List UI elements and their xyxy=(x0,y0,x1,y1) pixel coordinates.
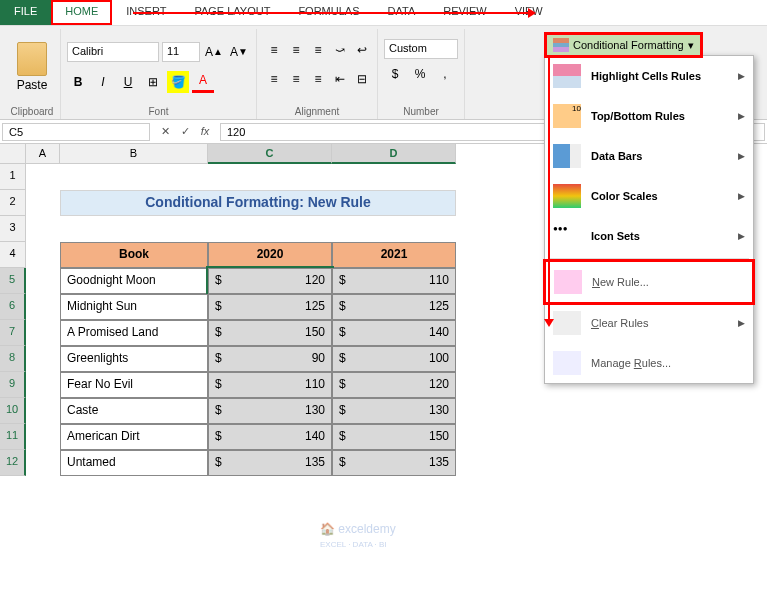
menu-new-rule[interactable]: New Rule... xyxy=(543,259,755,305)
cell[interactable]: Caste xyxy=(60,398,208,424)
row-header[interactable]: 9 xyxy=(0,372,26,398)
name-box[interactable]: C5 xyxy=(2,123,150,141)
cell[interactable]: $130 xyxy=(332,398,456,424)
menu-highlight-cells-rules[interactable]: Highlight Cells Rules▶ xyxy=(545,56,753,96)
menu-manage-rules[interactable]: Manage Rules... xyxy=(545,343,753,383)
align-left-icon[interactable]: ≡ xyxy=(263,68,285,90)
menu-clear-rules[interactable]: Clear Rules▶ xyxy=(545,303,753,343)
percent-button[interactable]: % xyxy=(409,63,431,85)
row-header[interactable]: 3 xyxy=(0,216,26,242)
menu-icon-sets[interactable]: ●●●Icon Sets▶ xyxy=(545,216,753,256)
col-header[interactable]: D xyxy=(332,144,456,164)
group-label-alignment: Alignment xyxy=(263,104,371,119)
databars-icon xyxy=(553,144,581,168)
row-header[interactable]: 12 xyxy=(0,450,26,476)
fx-icon[interactable]: fx xyxy=(196,125,214,138)
row-header[interactable]: 7 xyxy=(0,320,26,346)
cell[interactable]: $125 xyxy=(208,294,332,320)
menu-top-bottom-rules[interactable]: 10Top/Bottom Rules▶ xyxy=(545,96,753,136)
increase-font-icon[interactable]: A▲ xyxy=(203,41,225,63)
cell[interactable]: $135 xyxy=(332,450,456,476)
align-center-icon[interactable]: ≡ xyxy=(285,68,307,90)
cell[interactable]: $140 xyxy=(332,320,456,346)
bold-button[interactable]: B xyxy=(67,71,89,93)
cell[interactable]: Goodnight Moon xyxy=(60,268,208,294)
row-header[interactable]: 2 xyxy=(0,190,26,216)
number-format-select[interactable]: Custom xyxy=(384,39,458,59)
tab-file[interactable]: FILE xyxy=(0,0,51,25)
row-header[interactable]: 8 xyxy=(0,346,26,372)
clear-rules-icon xyxy=(553,311,581,335)
row-header[interactable]: 11 xyxy=(0,424,26,450)
col-header[interactable]: B xyxy=(60,144,208,164)
cell[interactable]: $120 xyxy=(332,372,456,398)
cancel-formula-icon[interactable]: ✕ xyxy=(156,125,174,138)
align-middle-icon[interactable]: ≡ xyxy=(285,39,307,61)
align-right-icon[interactable]: ≡ xyxy=(307,68,329,90)
group-label-clipboard: Clipboard xyxy=(10,104,54,119)
cell[interactable]: 2020 xyxy=(208,242,332,268)
tab-home[interactable]: HOME xyxy=(51,0,112,25)
col-header[interactable]: A xyxy=(26,144,60,164)
underline-button[interactable]: U xyxy=(117,71,139,93)
cell[interactable]: 2021 xyxy=(332,242,456,268)
col-header[interactable]: C xyxy=(208,144,332,164)
indent-dec-icon[interactable]: ⇤ xyxy=(329,68,351,90)
cell[interactable]: Book xyxy=(60,242,208,268)
cell[interactable]: Conditional Formatting: New Rule xyxy=(60,190,456,216)
chevron-right-icon: ▶ xyxy=(738,111,745,121)
enter-formula-icon[interactable]: ✓ xyxy=(176,125,194,138)
menu-color-scales[interactable]: Color Scales▶ xyxy=(545,176,753,216)
cell[interactable]: American Dirt xyxy=(60,424,208,450)
border-button[interactable]: ⊞ xyxy=(142,71,164,93)
font-name-select[interactable]: Calibri xyxy=(67,42,159,62)
new-rule-icon xyxy=(554,270,582,294)
cell[interactable]: $130 xyxy=(208,398,332,424)
row-header[interactable]: 4 xyxy=(0,242,26,268)
cell[interactable]: $100 xyxy=(332,346,456,372)
dropdown-icon: ▾ xyxy=(688,39,694,52)
decrease-font-icon[interactable]: A▼ xyxy=(228,41,250,63)
cell[interactable]: $125 xyxy=(332,294,456,320)
row-header[interactable]: 5 xyxy=(0,268,26,294)
font-size-select[interactable]: 11 xyxy=(162,42,200,62)
iconsets-icon: ●●● xyxy=(553,224,581,248)
chevron-right-icon: ▶ xyxy=(738,71,745,81)
row-header[interactable]: 6 xyxy=(0,294,26,320)
cell[interactable]: $90 xyxy=(208,346,332,372)
wrap-text-icon[interactable]: ↩ xyxy=(351,39,373,61)
cell[interactable]: Untamed xyxy=(60,450,208,476)
annotation-arrow-horizontal xyxy=(133,12,533,14)
menu-data-bars[interactable]: Data Bars▶ xyxy=(545,136,753,176)
chevron-right-icon: ▶ xyxy=(738,231,745,241)
fill-color-button[interactable]: 🪣 xyxy=(167,71,189,93)
align-top-icon[interactable]: ≡ xyxy=(263,39,285,61)
cell[interactable]: $150 xyxy=(332,424,456,450)
row-header[interactable]: 1 xyxy=(0,164,26,190)
group-clipboard: Paste Clipboard xyxy=(4,29,61,119)
font-color-button[interactable]: A xyxy=(192,71,214,93)
align-bottom-icon[interactable]: ≡ xyxy=(307,39,329,61)
orientation-icon[interactable]: ⤻ xyxy=(329,39,351,61)
cell[interactable]: $150 xyxy=(208,320,332,346)
paste-button[interactable]: Paste xyxy=(10,38,54,96)
tbr-icon: 10 xyxy=(553,104,581,128)
cell[interactable]: $140 xyxy=(208,424,332,450)
conditional-formatting-button[interactable]: Conditional Formatting▾ xyxy=(544,32,703,58)
group-alignment: ≡ ≡ ≡ ⤻ ↩ ≡ ≡ ≡ ⇤ ⊟ Alignment xyxy=(257,29,378,119)
italic-button[interactable]: I xyxy=(92,71,114,93)
cell[interactable]: A Promised Land xyxy=(60,320,208,346)
cell[interactable]: $120 xyxy=(208,268,332,294)
cell[interactable]: Fear No Evil xyxy=(60,372,208,398)
chevron-right-icon: ▶ xyxy=(738,151,745,161)
currency-button[interactable]: $ xyxy=(384,63,406,85)
comma-button[interactable]: , xyxy=(434,63,456,85)
row-header[interactable]: 10 xyxy=(0,398,26,424)
cell[interactable]: Midnight Sun xyxy=(60,294,208,320)
merge-icon[interactable]: ⊟ xyxy=(351,68,373,90)
cell[interactable]: $110 xyxy=(208,372,332,398)
cell[interactable]: $110 xyxy=(332,268,456,294)
cell[interactable]: Greenlights xyxy=(60,346,208,372)
select-all-corner[interactable] xyxy=(0,144,26,164)
cell[interactable]: $135 xyxy=(208,450,332,476)
